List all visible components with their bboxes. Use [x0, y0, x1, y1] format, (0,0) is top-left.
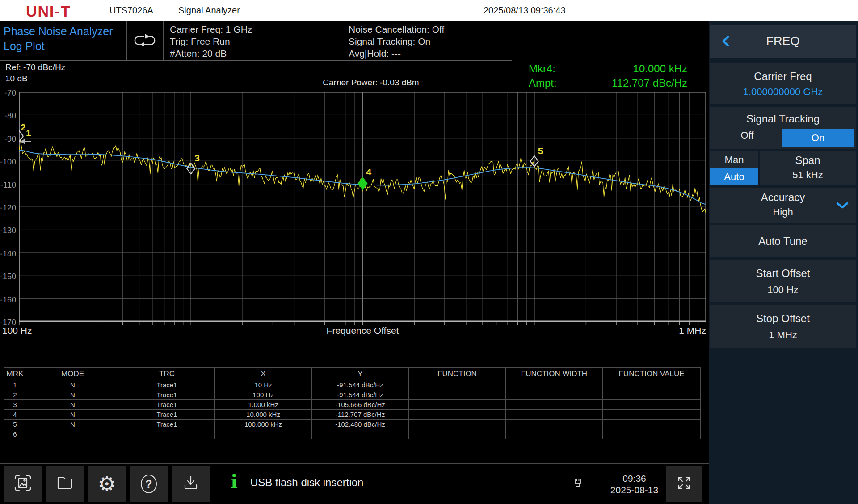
stop-offset-value: 1 MHz	[710, 329, 856, 341]
auto-option[interactable]: Auto	[710, 168, 758, 185]
auto-tune-softkey[interactable]: Auto Tune	[710, 225, 856, 257]
signal-tracking-on-option[interactable]: On	[782, 129, 854, 147]
bottom-bar: ⚙ ? i USB flash disk insertion	[0, 463, 709, 504]
table-cell	[409, 390, 506, 400]
marker-x-value: 10.000 kHz	[633, 63, 687, 75]
marker-name: Mkr4:	[529, 63, 555, 75]
accuracy-value: High	[710, 206, 856, 218]
auto-tune-label: Auto Tune	[710, 235, 856, 248]
table-cell: -112.707 dBc/Hz	[312, 410, 409, 420]
table-cell	[26, 429, 119, 439]
app-title: Signal Analyzer	[178, 5, 240, 16]
column-header: FUNCTION VALUE	[603, 368, 701, 380]
noise-cancellation-readout: Noise Cancellation: Off	[349, 23, 444, 35]
status-message: USB flash disk insertion	[250, 476, 363, 489]
settings-button[interactable]: ⚙	[88, 466, 126, 502]
table-cell: 6	[4, 429, 26, 439]
table-cell: Trace1	[119, 390, 215, 400]
measurement-header: Phase Noise Analyzer Log Plot Carrier Fr…	[0, 21, 709, 60]
screenshot-icon	[13, 474, 32, 494]
table-cell: -91.544 dBc/Hz	[312, 390, 409, 400]
ref-level-label: Ref: -70 dBc/Hz	[5, 62, 65, 73]
top-bar: UNI-T UTS7026A Signal Analyzer 2025/08/1…	[0, 0, 858, 21]
settings-column-left: Carrier Freq: 1 GHz Trig: Free Run #Atte…	[170, 23, 252, 59]
span-value: 51 kHz	[760, 169, 856, 181]
column-header: MODE	[26, 368, 119, 380]
file-button[interactable]	[46, 466, 84, 502]
carrier-power-readout: Carrier Power: -0.03 dBm	[268, 78, 474, 88]
signal-tracking-readout: Signal Tracking: On	[349, 35, 444, 47]
y-tick-label: -90	[4, 134, 16, 144]
y-axis-labels: -70-80-90-100-110-120-130-140-150-160-17…	[0, 92, 17, 322]
start-offset-softkey[interactable]: Start Offset 100 Hz	[710, 260, 856, 302]
table-cell	[409, 420, 506, 429]
clock-block: 09:36 2025-08-13	[607, 473, 662, 496]
stop-offset-softkey[interactable]: Stop Offset 1 MHz	[710, 305, 856, 348]
table-cell: Trace1	[119, 380, 215, 390]
span-softkey[interactable]: Span 51 kHz	[760, 151, 856, 185]
start-offset-value: 100 Hz	[710, 284, 856, 296]
column-header: FUNCTION WIDTH	[506, 368, 603, 380]
table-cell	[409, 410, 506, 420]
table-cell: Trace1	[119, 420, 215, 429]
chevron-down-icon	[836, 202, 849, 211]
table-cell: N	[26, 420, 119, 429]
marker-ampt-label: Ampt:	[529, 77, 557, 89]
save-button[interactable]	[172, 466, 210, 502]
fullscreen-button[interactable]	[666, 466, 702, 502]
marker-table: MRKMODETRCXYFUNCTIONFUNCTION WIDTHFUNCTI…	[4, 367, 701, 439]
freq-menu-sidebar: FREQ Carrier Freq 1.000000000 GHz Signal…	[709, 21, 858, 504]
screenshot-button[interactable]	[4, 466, 42, 502]
carrier-freq-softkey[interactable]: Carrier Freq 1.000000000 GHz	[710, 63, 856, 104]
accuracy-softkey[interactable]: Accuracy High	[710, 188, 856, 223]
display-info-strip: Ref: -70 dBc/Hz 10 dB Carrier Power: -0.…	[0, 61, 709, 92]
table-cell	[603, 420, 701, 429]
trigger-readout: Trig: Free Run	[170, 35, 252, 47]
column-header: Y	[312, 368, 409, 380]
signal-tracking-label: Signal Tracking	[710, 113, 856, 125]
table-row: 1NTrace110 Hz-91.544 dBc/Hz	[4, 380, 701, 390]
stop-offset-label: Stop Offset	[710, 312, 856, 325]
table-cell: 5	[4, 420, 26, 429]
table-cell: N	[26, 400, 119, 410]
accuracy-label: Accuracy	[710, 191, 856, 204]
table-cell	[603, 410, 701, 420]
mode-label: Phase Noise Analyzer Log Plot	[4, 24, 113, 54]
table-cell	[506, 390, 603, 400]
info-icon: i	[231, 472, 238, 492]
man-option[interactable]: Man	[710, 154, 758, 166]
divider	[126, 21, 127, 60]
scale-per-div-label: 10 dB	[5, 73, 65, 84]
table-cell: Trace1	[119, 400, 215, 410]
y-tick-label: -130	[0, 226, 16, 235]
signal-tracking-off-option[interactable]: Off	[723, 130, 772, 141]
clock-date: 2025-08-13	[607, 484, 662, 496]
marker4-label: 4	[366, 167, 372, 177]
y-tick-label: -70	[4, 88, 16, 98]
table-cell	[506, 420, 603, 429]
table-row: 4NTrace110.000 kHz-112.707 dBc/Hz	[4, 410, 701, 420]
folder-icon	[55, 474, 74, 494]
table-cell	[506, 400, 603, 410]
y-tick-label: -150	[0, 272, 16, 281]
table-cell: -91.544 dBc/Hz	[312, 380, 409, 390]
table-cell: N	[26, 380, 119, 390]
uni-t-logo: UNI-T	[26, 3, 71, 20]
carrier-freq-label: Carrier Freq	[710, 70, 856, 83]
table-cell	[409, 380, 506, 390]
expand-arrows-icon	[675, 474, 694, 494]
x-axis-stop-label: 1 MHz	[617, 325, 706, 336]
help-icon: ?	[141, 475, 157, 493]
settings-column-right: Noise Cancellation: Off Signal Tracking:…	[349, 23, 444, 59]
x-axis-title: Frequence Offset	[19, 325, 706, 336]
divider	[228, 63, 228, 92]
clock-time: 09:36	[607, 473, 662, 484]
help-button[interactable]: ?	[130, 466, 168, 502]
table-row: 2NTrace1100 Hz-91.544 dBc/Hz	[4, 390, 701, 400]
table-cell	[506, 429, 603, 439]
table-cell	[409, 400, 506, 410]
table-cell: 3	[4, 400, 26, 410]
marker5-label: 5	[538, 146, 543, 156]
table-cell: 100 Hz	[215, 390, 312, 400]
table-cell	[215, 429, 312, 439]
